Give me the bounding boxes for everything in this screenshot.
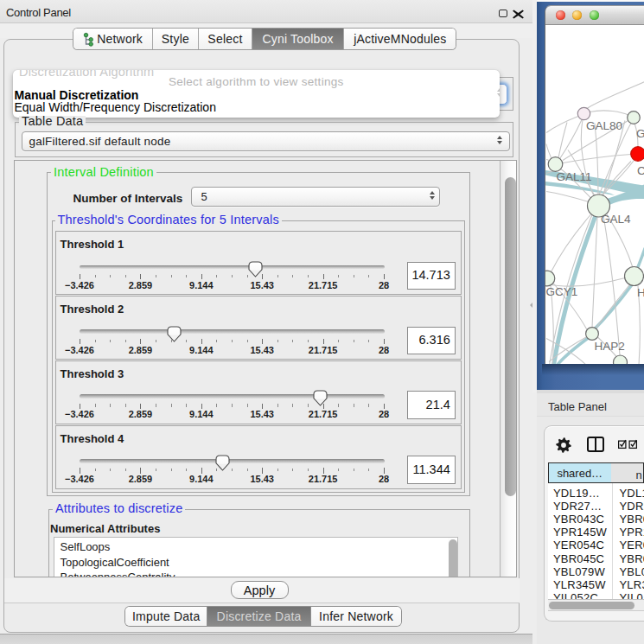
svg-text:H: H <box>637 286 644 299</box>
svg-text:HAP2: HAP2 <box>595 339 625 352</box>
svg-text:GAL80: GAL80 <box>586 119 622 132</box>
svg-text:GA: GA <box>636 127 644 140</box>
svg-text:GCY1: GCY1 <box>546 284 578 297</box>
svg-text:GAL11: GAL11 <box>557 170 592 183</box>
svg-text:GAL4: GAL4 <box>601 212 631 225</box>
svg-text:C: C <box>637 163 644 176</box>
